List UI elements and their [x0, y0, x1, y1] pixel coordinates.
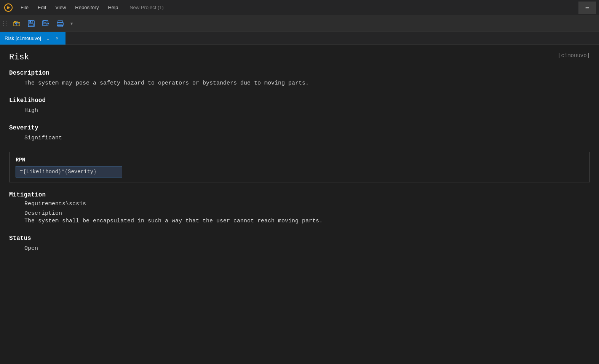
- likelihood-section: Likelihood High: [9, 97, 590, 115]
- rpn-label: RPN: [16, 157, 583, 163]
- svg-rect-6: [29, 24, 34, 26]
- severity-value: Significant: [9, 134, 590, 143]
- severity-label: Severity: [9, 125, 590, 131]
- svg-rect-7: [30, 21, 31, 22]
- status-value: Open: [9, 244, 590, 253]
- mitigation-section: Mitigation Requirements\scs1s Descriptio…: [9, 192, 590, 226]
- status-label: Status: [9, 235, 590, 242]
- tab-actions: ⌄ ×: [44, 35, 61, 42]
- likelihood-label: Likelihood: [9, 97, 590, 104]
- open-file-icon: [13, 20, 21, 27]
- rpn-formula-input[interactable]: [16, 166, 122, 177]
- severity-section: Severity Significant: [9, 125, 590, 143]
- menu-file[interactable]: File: [17, 3, 32, 12]
- document-id: [c1mouuvo]: [558, 53, 590, 59]
- svg-point-1: [7, 6, 10, 9]
- save-icon: [27, 20, 35, 27]
- open-file-button[interactable]: [10, 17, 24, 30]
- toolbar-grip: [3, 21, 7, 26]
- tab-bar: Risk [c1mouuvo] ⌄ ×: [0, 32, 599, 45]
- tab-chevron-icon[interactable]: ⌄: [44, 35, 52, 42]
- likelihood-value: High: [9, 106, 590, 115]
- save-as-icon: [42, 20, 50, 27]
- title-bar-right: ═: [578, 2, 596, 14]
- mitigation-description-label: Description: [9, 210, 590, 217]
- mitigation-description-value: The system shall be encapsulated in such…: [9, 217, 590, 226]
- mitigation-label: Mitigation: [9, 192, 590, 198]
- tab-risk[interactable]: Risk [c1mouuvo] ⌄ ×: [0, 32, 65, 45]
- toolbar: ▾: [0, 15, 599, 32]
- svg-point-14: [62, 24, 62, 24]
- tab-label: Risk [c1mouuvo]: [5, 35, 41, 41]
- toolbar-dropdown[interactable]: ▾: [68, 17, 75, 30]
- app-logo: [3, 2, 14, 13]
- menu-edit[interactable]: Edit: [34, 3, 50, 12]
- mitigation-ref: Requirements\scs1s: [9, 201, 590, 207]
- print-icon: [56, 20, 64, 27]
- doc-header: Risk [c1mouuvo]: [9, 53, 590, 62]
- description-label: Description: [9, 70, 590, 77]
- window-minimize-button[interactable]: ═: [578, 2, 596, 14]
- menu-bar: File Edit View Repository Help: [17, 3, 122, 12]
- tab-close-icon[interactable]: ×: [53, 35, 61, 42]
- project-title: New Project (1): [129, 5, 164, 10]
- description-section: Description The system may pose a safety…: [9, 70, 590, 88]
- save-button[interactable]: [24, 17, 38, 30]
- menu-help[interactable]: Help: [104, 3, 122, 12]
- rpn-section: RPN: [9, 152, 590, 182]
- content-area: Risk [c1mouuvo] Description The system m…: [0, 45, 599, 364]
- menu-repository[interactable]: Repository: [71, 3, 102, 12]
- status-section: Status Open: [9, 235, 590, 253]
- description-value: The system may pose a safety hazard to o…: [9, 79, 590, 88]
- svg-rect-10: [43, 23, 47, 25]
- title-bar: File Edit View Repository Help New Proje…: [0, 0, 599, 15]
- save-as-button[interactable]: [39, 17, 53, 30]
- window-controls: ═: [578, 2, 596, 14]
- document-title: Risk: [9, 53, 29, 62]
- print-button[interactable]: [53, 17, 67, 30]
- menu-view[interactable]: View: [51, 3, 70, 12]
